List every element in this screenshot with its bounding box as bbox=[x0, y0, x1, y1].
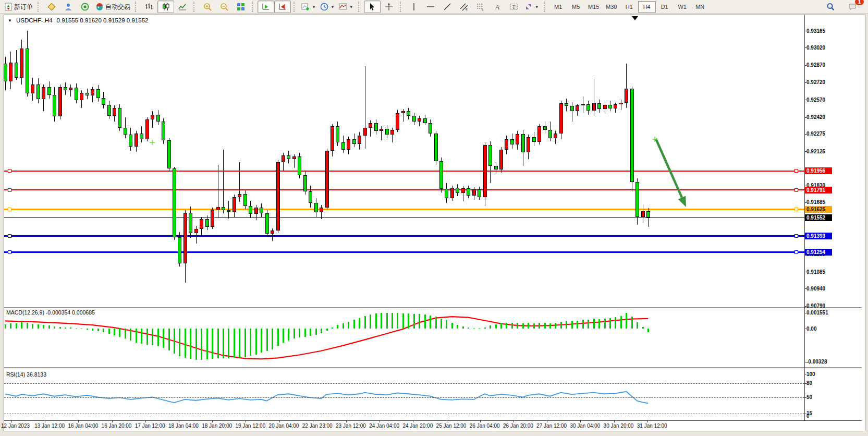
price-line-label: 0.91791 bbox=[805, 187, 832, 193]
price-line[interactable] bbox=[4, 235, 804, 237]
candle bbox=[352, 139, 356, 144]
candle bbox=[320, 208, 323, 212]
candle bbox=[625, 89, 628, 103]
macd-histogram-bar bbox=[266, 329, 268, 351]
macd-histogram-bar bbox=[16, 323, 17, 329]
candle bbox=[456, 188, 459, 193]
macd-histogram-bar bbox=[48, 325, 50, 329]
macd-histogram-bar bbox=[549, 323, 551, 329]
macd-histogram-bar bbox=[223, 329, 224, 358]
price-line[interactable] bbox=[4, 209, 804, 210]
candle bbox=[167, 140, 171, 168]
line-handle[interactable] bbox=[8, 169, 11, 173]
macd-histogram-bar bbox=[54, 326, 55, 329]
macd-histogram-bar bbox=[174, 329, 175, 354]
line-handle[interactable] bbox=[8, 188, 11, 192]
candle bbox=[58, 87, 62, 117]
macd-histogram-bar bbox=[97, 329, 99, 331]
rsi-level-line bbox=[4, 414, 804, 414]
panel-separator[interactable] bbox=[4, 367, 862, 368]
candle-wick bbox=[152, 111, 153, 127]
candle bbox=[586, 104, 590, 111]
date-label: 26 Jan 20:00 bbox=[503, 423, 533, 429]
candle bbox=[396, 113, 399, 130]
macd-histogram-bar bbox=[364, 316, 366, 329]
macd-histogram-bar bbox=[462, 326, 464, 329]
trend-arrow-head[interactable] bbox=[678, 196, 686, 207]
macd-histogram-bar bbox=[119, 329, 120, 337]
panel-separator[interactable] bbox=[4, 307, 862, 308]
candle bbox=[140, 134, 143, 139]
candle bbox=[554, 134, 557, 138]
macd-histogram-bar bbox=[212, 329, 213, 359]
macd-histogram-bar bbox=[310, 329, 311, 336]
candle bbox=[292, 156, 296, 159]
line-handle[interactable] bbox=[8, 208, 11, 211]
candle bbox=[118, 108, 121, 128]
line-handle[interactable] bbox=[794, 188, 798, 192]
macd-histogram-bar bbox=[288, 329, 289, 341]
candle bbox=[189, 213, 192, 233]
date-tick bbox=[614, 420, 615, 422]
object-anchor-cross bbox=[652, 137, 657, 142]
macd-histogram-bar bbox=[108, 329, 110, 334]
line-handle[interactable] bbox=[8, 234, 11, 238]
line-handle[interactable] bbox=[794, 250, 798, 254]
candle bbox=[472, 189, 476, 195]
panel-separator[interactable] bbox=[4, 369, 862, 369]
trend-arrow-line[interactable] bbox=[656, 139, 682, 198]
panel-separator[interactable] bbox=[4, 309, 862, 309]
candle bbox=[521, 134, 525, 153]
macd-histogram-bar bbox=[217, 329, 219, 358]
macd-histogram-bar bbox=[59, 327, 61, 329]
date-label: 19 Jan 12:00 bbox=[235, 423, 265, 429]
macd-histogram-bar bbox=[484, 328, 486, 329]
candle bbox=[151, 115, 154, 119]
rsi-tick bbox=[804, 420, 806, 421]
macd-histogram-bar bbox=[539, 323, 540, 329]
candle bbox=[641, 211, 645, 217]
line-handle[interactable] bbox=[794, 169, 798, 173]
date-label: 18 Jan 20:00 bbox=[202, 423, 232, 429]
macd-histogram-bar bbox=[473, 329, 475, 329]
line-handle[interactable] bbox=[794, 234, 798, 238]
price-tick-label: 0.92420 bbox=[806, 114, 825, 120]
date-tick bbox=[413, 420, 413, 422]
macd-histogram-bar bbox=[244, 329, 246, 357]
candle bbox=[505, 139, 508, 150]
macd-histogram-bar bbox=[370, 314, 371, 329]
rsi-level-line bbox=[4, 383, 804, 384]
candle bbox=[184, 213, 187, 263]
candle bbox=[276, 162, 280, 231]
date-tick bbox=[647, 420, 648, 422]
time-axis-line bbox=[4, 420, 862, 421]
line-handle[interactable] bbox=[794, 208, 798, 211]
macd-histogram-bar bbox=[81, 329, 82, 329]
candle bbox=[418, 118, 421, 122]
candle bbox=[129, 135, 132, 147]
date-label: 30 Jan 20:00 bbox=[604, 423, 634, 429]
macd-histogram-bar bbox=[457, 325, 458, 329]
candle bbox=[36, 84, 40, 99]
price-line[interactable] bbox=[4, 189, 804, 190]
candle-wick bbox=[70, 84, 71, 96]
macd-histogram-bar bbox=[125, 329, 126, 338]
price-line-label: 0.91956 bbox=[805, 167, 832, 174]
macd-histogram-bar bbox=[321, 329, 322, 333]
date-tick bbox=[145, 420, 146, 422]
macd-histogram-bar bbox=[500, 323, 502, 329]
price-line[interactable] bbox=[4, 171, 804, 172]
candle bbox=[287, 155, 290, 159]
candle bbox=[178, 237, 181, 263]
candle bbox=[374, 123, 378, 131]
price-line[interactable] bbox=[4, 251, 804, 253]
price-tick-label: 0.93165 bbox=[806, 28, 825, 34]
rsi-axis-label: 50 bbox=[806, 394, 812, 400]
macd-histogram-bar bbox=[201, 329, 202, 360]
candle bbox=[336, 126, 339, 142]
macd-axis-label: 0.001551 bbox=[806, 310, 828, 316]
macd-histogram-bar bbox=[560, 322, 562, 329]
line-handle[interactable] bbox=[8, 250, 11, 254]
chart-shift-marker[interactable] bbox=[632, 16, 638, 20]
candle bbox=[47, 87, 51, 95]
